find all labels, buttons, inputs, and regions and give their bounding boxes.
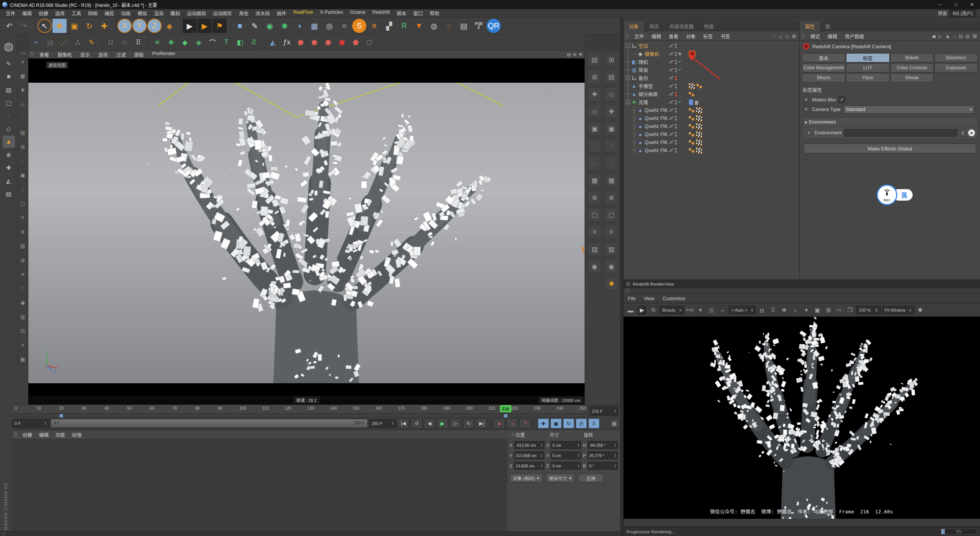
viewport-solo-icon[interactable]: ◭ bbox=[3, 175, 15, 187]
palette-icon[interactable]: ∙ bbox=[588, 139, 601, 153]
attr-section-tab-Distortion[interactable]: Distortion bbox=[934, 53, 978, 62]
mini-tag-icon[interactable] bbox=[695, 101, 698, 105]
palette-icon[interactable]: ⊟ bbox=[19, 327, 27, 335]
arc-points-icon[interactable]: ⌒ bbox=[206, 36, 219, 49]
drag-grip[interactable] bbox=[625, 289, 629, 293]
palette-icon[interactable]: ▨ bbox=[19, 242, 27, 250]
light-icon[interactable]: ○ bbox=[337, 19, 351, 33]
rv-menu-item[interactable]: View bbox=[640, 296, 658, 301]
om-menu-item[interactable]: 对象 bbox=[682, 33, 699, 40]
rv-dither-icon[interactable]: ▩ bbox=[707, 305, 717, 315]
render-view-icon[interactable]: ▶ bbox=[183, 19, 197, 33]
object-row[interactable]: ▲Quartz FM.1 bbox=[624, 122, 799, 130]
object-row[interactable]: ▲Quartz FM.1 bbox=[624, 114, 799, 122]
target-icon[interactable]: ⊕ bbox=[678, 51, 681, 56]
om-menu-item[interactable]: 标签 bbox=[699, 33, 717, 40]
points-mode-icon[interactable]: ∙ bbox=[3, 109, 15, 122]
view-label[interactable]: 透视视图 bbox=[46, 62, 68, 69]
cloth-sail-icon[interactable]: ◭ bbox=[266, 36, 279, 49]
rs-hex-icon[interactable]: ⬡ bbox=[363, 36, 376, 49]
autokey-button[interactable]: ◑ bbox=[506, 418, 518, 428]
menubar-item[interactable]: 流水线 bbox=[252, 10, 273, 17]
layer-swatch[interactable] bbox=[669, 51, 674, 56]
rv-clapper-icon[interactable]: ▬ bbox=[626, 305, 635, 315]
undo-icon[interactable]: ↶ bbox=[2, 19, 16, 33]
palette-icon[interactable]: ◉ bbox=[19, 298, 27, 307]
viewport-menu-item[interactable]: 面板 bbox=[130, 51, 148, 58]
phong-tag-icon[interactable] bbox=[689, 132, 694, 137]
layer-swatch[interactable] bbox=[669, 83, 674, 88]
subdivision-surface-icon[interactable]: ◉ bbox=[263, 19, 277, 33]
texture-mode-icon[interactable]: ▨ bbox=[3, 83, 15, 96]
size-mode-select[interactable]: 绝对尺寸▾ bbox=[546, 474, 575, 482]
playhead[interactable]: 216 bbox=[500, 405, 511, 412]
keyframe-radio[interactable] bbox=[806, 130, 812, 136]
key-scale-button[interactable]: ▣ bbox=[550, 418, 562, 428]
layer-swatch[interactable] bbox=[669, 100, 674, 105]
layer-swatch[interactable] bbox=[669, 92, 674, 96]
rv-render-button[interactable]: ▶ bbox=[637, 305, 647, 315]
coord-field[interactable]: 14.609 cm▲▼ bbox=[514, 462, 544, 470]
phong-tag-icon[interactable] bbox=[689, 124, 694, 129]
goto-start-button[interactable]: |◀ bbox=[398, 418, 409, 428]
interface-select[interactable]: RS (用户) bbox=[949, 9, 976, 17]
palette-icon[interactable]: ◇ bbox=[588, 105, 601, 118]
palette-icon[interactable]: ▨ bbox=[588, 242, 601, 256]
palette-icon[interactable]: ≡ bbox=[19, 57, 27, 66]
attr-track-icon[interactable]: ◎ bbox=[965, 33, 970, 39]
redo-icon[interactable]: ↷ bbox=[17, 19, 31, 33]
palette-icon[interactable]: ≡ bbox=[604, 225, 618, 239]
emitter-icon[interactable]: ▼ bbox=[412, 19, 426, 33]
checker-tag-icon[interactable] bbox=[696, 115, 702, 121]
rv-menu-item[interactable]: File bbox=[624, 296, 640, 301]
snap-icon[interactable]: ✚ bbox=[3, 162, 15, 174]
workplane-mode-icon[interactable]: ▢ bbox=[3, 96, 15, 109]
object-label[interactable]: Quartz FM.1 bbox=[645, 116, 669, 121]
last-tool-icon[interactable]: ✚ bbox=[97, 19, 111, 33]
timeline-ruler[interactable]: 0102030405060708090100110120130140150160… bbox=[12, 404, 620, 418]
object-label[interactable]: Quartz FM.1 bbox=[645, 108, 669, 113]
object-label[interactable]: Quartz FM.1 bbox=[645, 124, 669, 129]
translator-overlay-badge[interactable]: 野鹿志 英 bbox=[877, 185, 913, 205]
palette-icon[interactable]: ⋮ bbox=[19, 185, 27, 193]
gem-icon[interactable]: ◆ bbox=[178, 36, 191, 49]
menubar-item[interactable]: 模拟 bbox=[134, 10, 150, 17]
loop-button[interactable]: ↻ bbox=[463, 418, 474, 428]
attr-section-tab-LUT[interactable]: LUT bbox=[846, 63, 889, 72]
attr-section-tab-Streak[interactable]: Streak bbox=[890, 73, 934, 82]
palette-icon[interactable]: ▣ bbox=[588, 122, 601, 136]
goto-end-button[interactable]: ▶| bbox=[476, 418, 487, 428]
gem-faceted-icon[interactable]: ◈ bbox=[192, 36, 205, 49]
record-keyframe-button[interactable]: ● bbox=[493, 418, 505, 428]
pen-tool-icon[interactable]: ✎ bbox=[3, 57, 15, 70]
environment-input[interactable] bbox=[844, 129, 957, 137]
cube-tail-icon[interactable]: ◧ bbox=[234, 36, 247, 49]
palette-icon[interactable]: ✎ bbox=[19, 213, 27, 222]
visibility-dots[interactable] bbox=[675, 140, 677, 145]
object-row[interactable]: ▲细分曲面 bbox=[624, 90, 799, 98]
object-row[interactable]: −L₀空白 bbox=[624, 42, 799, 50]
palette-icon[interactable]: ▢ bbox=[588, 208, 601, 222]
render-settings-icon[interactable]: ⚑ bbox=[212, 19, 227, 33]
palette-icon[interactable]: ◌ bbox=[588, 156, 601, 170]
palette-icon[interactable]: ✚ bbox=[604, 105, 618, 118]
menubar-item[interactable]: Octane bbox=[346, 10, 369, 17]
attr-section-tab-Bokeh[interactable]: Bokeh bbox=[890, 53, 934, 62]
make-effects-global-button[interactable]: Make Effects Global bbox=[804, 144, 976, 154]
renderview-titlebar[interactable]: Redshift RenderView bbox=[624, 280, 980, 288]
object-label[interactable]: 克隆 bbox=[639, 98, 648, 106]
palette-icon[interactable]: ⊕ bbox=[604, 191, 618, 204]
phong-tag-icon[interactable] bbox=[696, 84, 702, 88]
checker-tag-icon[interactable] bbox=[696, 107, 702, 113]
minimize-button[interactable]: ─ bbox=[932, 0, 948, 9]
prev-frame-button[interactable]: ◀ bbox=[424, 418, 435, 428]
menubar-item[interactable]: 角色 bbox=[235, 10, 252, 17]
array-object-icon[interactable]: ✱ bbox=[278, 19, 292, 33]
om-menu-item[interactable]: 查看 bbox=[665, 33, 682, 40]
key-parameter-button[interactable]: Ⓟ bbox=[576, 418, 587, 428]
palette-icon[interactable]: ▢ bbox=[604, 208, 618, 222]
camera-type-select[interactable]: Standard bbox=[843, 105, 975, 114]
layer-swatch[interactable] bbox=[669, 148, 674, 153]
rv-channel-arrow-icon[interactable]: ▾ bbox=[696, 305, 706, 315]
menubar-item[interactable]: 编辑 bbox=[19, 10, 35, 17]
